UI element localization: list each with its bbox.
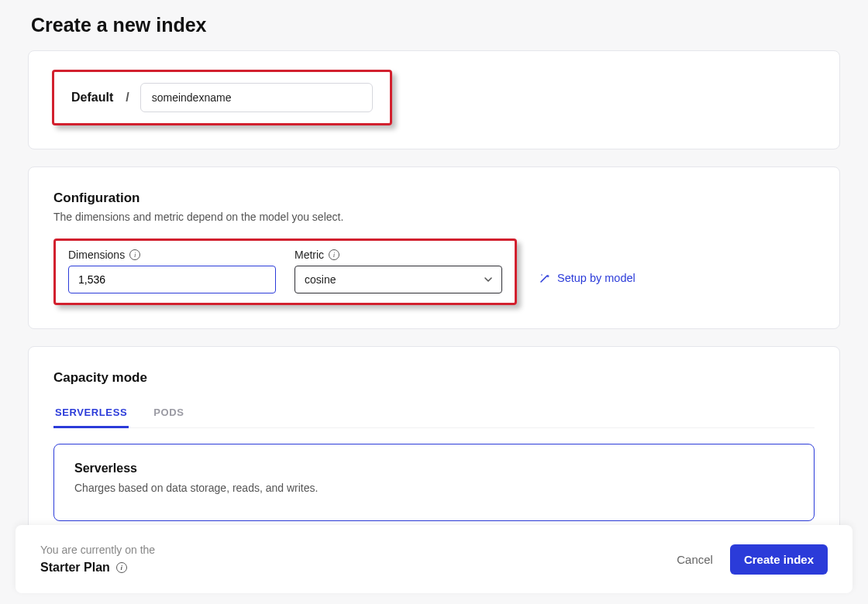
create-index-button[interactable]: Create index: [730, 544, 828, 575]
cancel-button[interactable]: Cancel: [677, 553, 713, 566]
info-icon[interactable]: [129, 249, 140, 260]
info-icon[interactable]: [329, 249, 339, 260]
setup-by-model-label: Setup by model: [557, 272, 636, 284]
footer-bar: You are currently on the Starter Plan Ca…: [16, 525, 852, 593]
capacity-title: Capacity mode: [53, 370, 815, 386]
dimensions-label: Dimensions: [68, 249, 125, 261]
dimensions-field: Dimensions: [68, 249, 276, 293]
index-name-card: Default /: [28, 50, 840, 149]
index-name-input[interactable]: [140, 83, 373, 112]
configuration-card: Configuration The dimensions and metric …: [28, 166, 840, 329]
metric-select[interactable]: cosine: [294, 266, 502, 293]
capacity-tabs: SERVERLESS PODS: [53, 398, 815, 428]
plan-name: Starter Plan: [40, 561, 110, 575]
tab-serverless[interactable]: SERVERLESS: [53, 399, 129, 428]
project-prefix: Default: [71, 91, 113, 105]
tab-pods[interactable]: PODS: [152, 399, 185, 428]
index-name-highlight: Default /: [52, 70, 392, 125]
metric-label: Metric: [294, 249, 324, 261]
configuration-highlight: Dimensions Metric cosine: [53, 239, 517, 305]
configuration-title: Configuration: [53, 190, 815, 206]
wand-icon: [539, 272, 551, 284]
svg-point-0: [541, 274, 542, 276]
plan-intro-text: You are currently on the: [40, 544, 155, 556]
page-title: Create a new index: [31, 14, 840, 36]
serverless-description: Charges based on data storage, reads, an…: [74, 482, 794, 494]
configuration-subtitle: The dimensions and metric depend on the …: [53, 211, 815, 223]
serverless-panel[interactable]: Serverless Charges based on data storage…: [53, 444, 815, 521]
dimensions-input[interactable]: [68, 266, 276, 293]
serverless-title: Serverless: [74, 462, 794, 475]
path-separator: /: [126, 91, 129, 105]
info-icon[interactable]: [116, 562, 127, 573]
setup-by-model-link[interactable]: Setup by model: [539, 272, 636, 284]
metric-field: Metric cosine: [294, 249, 502, 293]
